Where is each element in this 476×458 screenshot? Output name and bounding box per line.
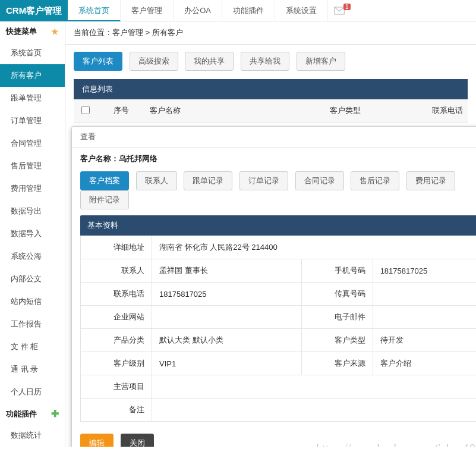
sidebar-item-publicsea[interactable]: 系统公海 xyxy=(0,245,65,268)
modal-subtitle-label: 客户名称： xyxy=(80,154,119,163)
top-tab-oa[interactable]: 办公OA xyxy=(174,0,222,21)
sidebar-item-home[interactable]: 系统首页 xyxy=(0,42,65,64)
col-name: 客户名称 xyxy=(145,99,325,122)
action-advanced-search[interactable]: 高级搜索 xyxy=(130,52,178,71)
sidebar-item-orders[interactable]: 订单管理 xyxy=(0,109,65,132)
lbl-contact: 联系人 xyxy=(81,259,152,283)
mail-button[interactable]: 1 xyxy=(328,7,357,15)
sidebar-item-stats[interactable]: 数据统计 xyxy=(0,424,65,447)
col-seq: 序号 xyxy=(97,99,145,122)
action-shared-to-me[interactable]: 共享给我 xyxy=(241,52,289,71)
close-button[interactable]: 关闭 xyxy=(121,434,154,447)
val-category: 默认大类 默认小类 xyxy=(152,329,302,352)
modal-footer: 编辑 关闭 xyxy=(72,429,476,447)
modal-tab-profile[interactable]: 客户档案 xyxy=(80,171,129,190)
modal-subtitle: 客户名称：乌托邦网络 xyxy=(72,148,476,168)
sidebar-group-shortcut: 快捷菜单 ★ xyxy=(0,21,65,42)
lbl-source: 客户来源 xyxy=(301,352,373,375)
mail-badge: 1 xyxy=(343,4,351,10)
top-tab-plugins[interactable]: 功能插件 xyxy=(222,0,275,21)
edit-button[interactable]: 编辑 xyxy=(80,434,114,447)
star-icon: ★ xyxy=(51,27,59,36)
action-new-customer[interactable]: 新增客户 xyxy=(297,52,345,71)
lbl-phone: 联系电话 xyxy=(81,283,152,306)
list-header: 序号 客户名称 客户类型 联系电话 xyxy=(74,99,468,123)
lbl-category: 产品分类 xyxy=(81,329,152,352)
lbl-fax: 传真号码 xyxy=(301,283,373,306)
modal-tabs: 客户档案 联系人 跟单记录 订单记录 合同记录 售后记录 费用记录 附件记录 xyxy=(72,168,476,215)
lbl-remark: 备注 xyxy=(81,399,152,422)
action-customer-list[interactable]: 客户列表 xyxy=(74,52,122,71)
top-tab-home[interactable]: 系统首页 xyxy=(68,0,121,21)
val-contact: 孟祥国 董事长 xyxy=(152,259,302,283)
sidebar-item-calendar[interactable]: 个人日历 xyxy=(0,381,65,403)
sidebar-item-contracts[interactable]: 合同管理 xyxy=(0,132,65,155)
sidebar-item-all-customers[interactable]: 所有客户 xyxy=(0,64,65,87)
val-address: 湖南省 怀化市 人民路22号 214400 xyxy=(152,236,477,259)
action-my-share[interactable]: 我的共享 xyxy=(185,52,234,71)
sidebar-item-contacts[interactable]: 通 讯 录 xyxy=(0,358,65,381)
modal-section-title: 基本资料 xyxy=(80,215,476,236)
sidebar-group-plugins: 功能插件 ✚ xyxy=(0,403,65,424)
list-panel-title: 信息列表 xyxy=(74,79,468,99)
val-ctype: 待开发 xyxy=(373,329,476,352)
top-tab-settings[interactable]: 系统设置 xyxy=(275,0,328,21)
col-phone: 联系电话 xyxy=(420,99,468,122)
lbl-email: 电子邮件 xyxy=(301,306,373,329)
details-table: 详细地址 湖南省 怀化市 人民路22号 214400 联系人 孟祥国 董事长 手… xyxy=(80,236,476,422)
lbl-address: 详细地址 xyxy=(81,236,152,259)
lbl-website: 企业网站 xyxy=(81,306,152,329)
main-content: 当前位置：客户管理 > 所有客户 客户列表 高级搜索 我的共享 共享给我 新增客… xyxy=(65,21,476,447)
plus-icon: ✚ xyxy=(51,408,59,419)
brand-title: CRM客户管理 xyxy=(0,0,68,21)
val-email xyxy=(373,306,476,329)
sidebar-group-plugins-label: 功能插件 xyxy=(6,409,37,419)
val-mobile: 18175817025 xyxy=(373,259,476,283)
modal-tab-orders[interactable]: 订单记录 xyxy=(239,171,288,190)
breadcrumb: 当前位置：客户管理 > 所有客户 xyxy=(65,21,476,45)
view-modal: 查看 客户名称：乌托邦网络 客户档案 联系人 跟单记录 订单记录 合同记录 售后… xyxy=(71,126,476,447)
action-bar: 客户列表 高级搜索 我的共享 共享给我 新增客户 xyxy=(65,45,476,79)
modal-tab-attachments[interactable]: 附件记录 xyxy=(80,190,129,209)
modal-tab-contacts[interactable]: 联系人 xyxy=(136,171,177,190)
top-tab-customer[interactable]: 客户管理 xyxy=(121,0,174,21)
modal-title: 查看 xyxy=(72,127,476,148)
sidebar-item-follow[interactable]: 跟单管理 xyxy=(0,87,65,109)
sidebar: 快捷菜单 ★ 系统首页 所有客户 跟单管理 订单管理 合同管理 售后管理 费用管… xyxy=(0,21,65,447)
sidebar-item-aftersale[interactable]: 售后管理 xyxy=(0,155,65,177)
lbl-level: 客户级别 xyxy=(81,352,152,375)
modal-tab-fees[interactable]: 费用记录 xyxy=(406,171,455,190)
lbl-mainbiz: 主营项目 xyxy=(81,375,152,399)
sidebar-item-export[interactable]: 数据导出 xyxy=(0,200,65,222)
modal-tab-aftersale[interactable]: 售后记录 xyxy=(351,171,399,190)
sidebar-item-site-msg[interactable]: 站内短信 xyxy=(0,290,65,313)
top-nav: CRM客户管理 系统首页 客户管理 办公OA 功能插件 系统设置 1 xyxy=(0,0,476,21)
modal-tab-contracts[interactable]: 合同记录 xyxy=(295,171,344,190)
modal-subtitle-value: 乌托邦网络 xyxy=(119,154,157,163)
sidebar-group-shortcut-label: 快捷菜单 xyxy=(6,26,37,37)
sidebar-item-fees[interactable]: 费用管理 xyxy=(0,177,65,200)
lbl-ctype: 客户类型 xyxy=(301,329,373,352)
sidebar-item-file-cabinet[interactable]: 文 件 柜 xyxy=(0,335,65,358)
val-remark xyxy=(152,399,477,422)
sidebar-item-import[interactable]: 数据导入 xyxy=(0,222,65,245)
modal-tab-follow[interactable]: 跟单记录 xyxy=(184,171,232,190)
list-select-all-checkbox[interactable] xyxy=(81,106,90,114)
top-nav-tabs: 系统首页 客户管理 办公OA 功能插件 系统设置 xyxy=(68,0,328,21)
lbl-mobile: 手机号码 xyxy=(301,259,373,283)
val-mainbiz xyxy=(152,375,477,399)
val-phone: 18175817025 xyxy=(152,283,302,306)
val-fax xyxy=(373,283,476,306)
col-type: 客户类型 xyxy=(325,99,420,122)
sidebar-item-work-report[interactable]: 工作报告 xyxy=(0,313,65,335)
sidebar-item-internal-doc[interactable]: 内部公文 xyxy=(0,268,65,290)
val-source: 客户介绍 xyxy=(373,352,476,375)
val-level: VIP1 xyxy=(152,352,302,375)
val-website xyxy=(152,306,302,329)
